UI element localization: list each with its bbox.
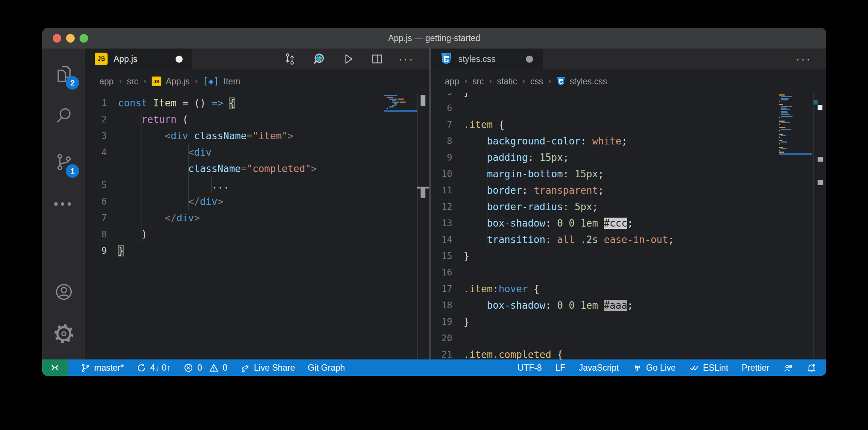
status-problems[interactable]: 0 0 (183, 363, 227, 373)
explorer-badge: 2 (66, 76, 79, 90)
status-live-share[interactable]: Live Share (240, 363, 295, 373)
right-minimap[interactable] (779, 94, 813, 158)
code-line[interactable]: 12 border-radius: 5px; (431, 199, 779, 215)
status-eslint[interactable]: ESLint (689, 363, 728, 373)
titlebar: App.js — getting-started (42, 28, 826, 49)
line-number: 2 (85, 111, 118, 128)
indent-guide (142, 144, 142, 161)
breadcrumb-item[interactable]: styles.css (570, 77, 607, 87)
code-text: border-radius: 5px; (464, 199, 598, 215)
code-line[interactable]: 6 (431, 100, 779, 116)
account-icon[interactable] (42, 274, 85, 310)
explorer-icon[interactable]: 2 (42, 56, 85, 92)
javascript-file-icon: JS (152, 77, 161, 86)
search-icon[interactable] (42, 98, 85, 134)
breadcrumb-item[interactable]: app (99, 77, 114, 87)
minimap-line (781, 111, 787, 112)
code-line[interactable]: 15} (431, 248, 779, 264)
minimap-line (400, 102, 406, 103)
indent-guide (188, 177, 189, 193)
status-git-graph[interactable]: Git Graph (308, 363, 345, 373)
minimize-window-button[interactable] (66, 34, 75, 43)
compare-changes-icon[interactable] (283, 52, 297, 66)
line-number: 13 (431, 215, 464, 231)
dirty-indicator[interactable] (176, 56, 183, 63)
code-line[interactable]: 8 background-color: white; (431, 133, 779, 149)
dirty-indicator[interactable] (526, 56, 533, 63)
code-line[interactable]: 16 (431, 264, 779, 281)
status-eol[interactable]: LF (555, 363, 565, 373)
code-line[interactable]: 17.item:hover { (431, 281, 779, 297)
overview-decoration (818, 180, 823, 185)
split-editor-icon[interactable] (371, 52, 384, 66)
source-control-icon[interactable]: 1 (42, 144, 85, 180)
code-line[interactable]: 8 ) (85, 226, 384, 243)
code-line[interactable]: 1const Item = () => { (85, 95, 384, 111)
minimap-line (781, 112, 788, 113)
code-text: ... (118, 177, 229, 193)
left-code-editor[interactable]: 1const Item = () => {2 return (3 <div cl… (85, 93, 429, 359)
code-line[interactable]: 18 box-shadow: 0 0 1em #aaa; (431, 297, 779, 314)
minimap-line (779, 150, 780, 151)
more-actions-icon[interactable]: ··· (797, 52, 810, 66)
left-overview-ruler (417, 93, 429, 359)
status-language[interactable]: JavaScript (579, 363, 619, 373)
code-line[interactable]: 21.item.completed { (431, 346, 779, 359)
code-line[interactable]: 3 <div className="item"> (85, 128, 384, 144)
tab-label: styles.css (458, 54, 496, 64)
code-line[interactable]: 9 padding: 15px; (431, 149, 779, 166)
code-line[interactable]: 2 return ( (85, 111, 384, 128)
breadcrumb-item[interactable]: css (530, 77, 543, 87)
settings-gear-icon[interactable] (42, 316, 85, 352)
breadcrumb-item[interactable]: Item (223, 77, 240, 87)
code-line[interactable]: className="completed"> (85, 161, 384, 177)
indent-guide (142, 226, 142, 243)
line-number: 11 (431, 182, 464, 199)
code-line[interactable]: 20 (431, 330, 779, 346)
status-go-live[interactable]: Go Live (632, 363, 676, 373)
left-breadcrumb: app › src › JS App.js › [◈] Item (85, 69, 429, 93)
code-line[interactable]: 19} (431, 314, 779, 330)
run-file-icon[interactable] (341, 52, 355, 66)
react-devtools-icon[interactable] (312, 52, 326, 66)
minimap-line (779, 124, 780, 125)
line-number: 6 (85, 193, 118, 210)
line-number: 1 (85, 95, 118, 111)
zoom-window-button[interactable] (80, 34, 88, 43)
code-line[interactable]: 6 </div> (85, 193, 384, 210)
code-line[interactable]: 14 transition: all .2s ease-in-out; (431, 231, 779, 248)
status-sync[interactable]: 4↓ 0↑ (136, 363, 171, 373)
more-views-icon[interactable]: ••• (42, 186, 85, 222)
code-text: transition: all .2s ease-in-out; (464, 231, 674, 248)
notifications-bell-icon[interactable] (806, 363, 816, 373)
code-line[interactable]: 7 </div> (85, 210, 384, 226)
code-line[interactable]: 11 border: transparent; (431, 182, 779, 199)
code-line[interactable]: 9} (85, 243, 384, 259)
status-prettier[interactable]: Prettier (742, 363, 769, 373)
left-minimap[interactable] (384, 95, 418, 118)
right-code-editor[interactable]: 5}67.item {8 background-color: white;9 p… (431, 93, 826, 359)
status-encoding[interactable]: UTF-8 (517, 363, 542, 373)
code-line[interactable]: 5 ... (85, 177, 384, 193)
breadcrumb-item[interactable]: App.js (166, 77, 190, 87)
line-number: 10 (431, 166, 464, 182)
minimap-line (387, 108, 388, 109)
code-line[interactable]: 13 box-shadow: 0 0 1em #ccc; (431, 215, 779, 231)
remote-indicator[interactable] (42, 359, 68, 376)
close-window-button[interactable] (53, 34, 61, 43)
feedback-icon[interactable] (783, 363, 793, 373)
tab-stylescss[interactable]: styles.css (431, 49, 543, 69)
breadcrumb-item[interactable]: src (472, 77, 484, 87)
status-branch[interactable]: master* (80, 363, 124, 373)
minimap-line (781, 108, 787, 109)
breadcrumb-item[interactable]: src (127, 77, 139, 87)
code-line[interactable]: 4 <div (85, 144, 384, 161)
code-line[interactable]: 5} (431, 93, 779, 100)
breadcrumb-item[interactable]: app (445, 77, 459, 87)
breadcrumb-item[interactable]: static (497, 77, 517, 87)
line-number: 18 (431, 297, 464, 314)
tab-appjs[interactable]: JS App.js (85, 49, 192, 69)
code-line[interactable]: 10 margin-bottom: 15px; (431, 166, 779, 182)
more-actions-icon[interactable]: ··· (400, 52, 413, 66)
code-line[interactable]: 7.item { (431, 116, 779, 133)
